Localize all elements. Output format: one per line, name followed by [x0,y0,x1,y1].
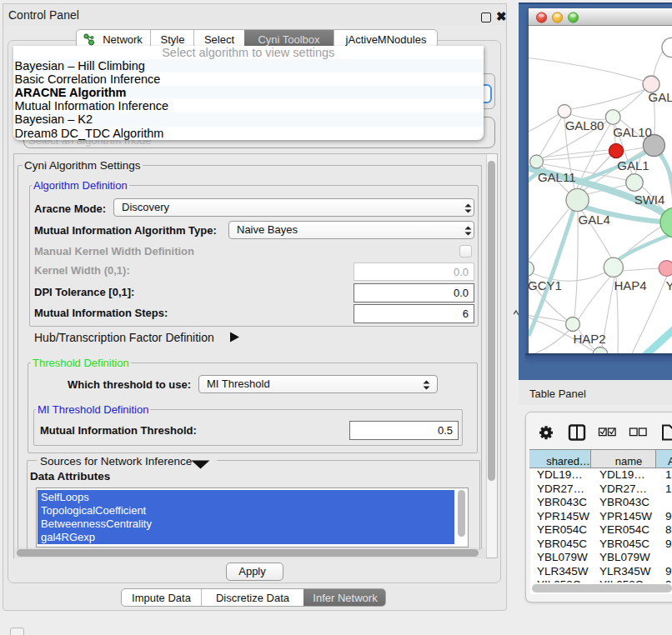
svg-text:YKL: YKL [666,278,672,292]
svg-text:SWI4: SWI4 [634,192,665,207]
svg-text:GAL4: GAL4 [579,212,610,227]
svg-text:GAL10: GAL10 [613,125,652,139]
svg-text:GAL80: GAL80 [565,118,604,132]
svg-text:GCY1: GCY1 [529,278,562,292]
svg-text:GAL11: GAL11 [538,170,576,184]
svg-text:HAP4: HAP4 [614,278,646,292]
svg-text:GAL1: GAL1 [617,158,649,172]
svg-text:GAL80: GAL80 [649,90,672,104]
svg-text:HAP2: HAP2 [573,332,605,346]
